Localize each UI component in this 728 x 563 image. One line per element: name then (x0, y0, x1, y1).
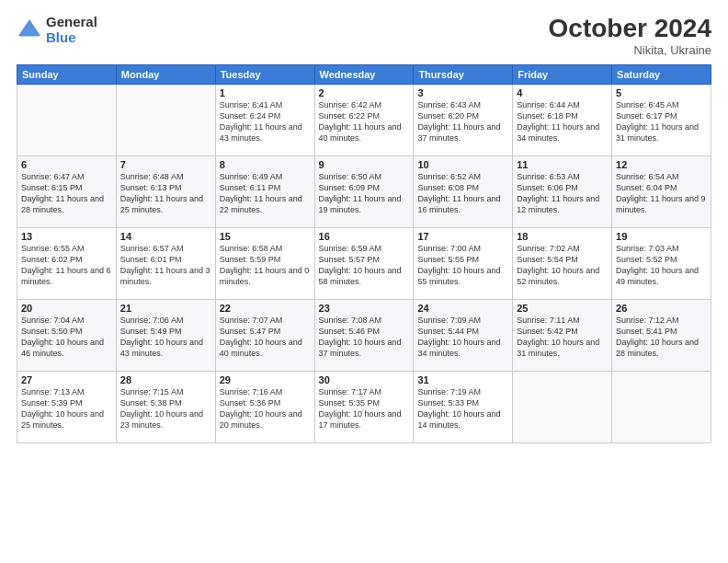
sunset-text: Sunset: 5:49 PM (120, 326, 211, 337)
sunset-text: Sunset: 5:41 PM (616, 326, 707, 337)
sunrise-text: Sunrise: 6:52 AM (417, 171, 508, 182)
logo: General Blue (17, 15, 97, 45)
daylight-text: Daylight: 10 hours and 23 minutes. (120, 408, 211, 431)
title-block: October 2024 Nikita, Ukraine (549, 15, 711, 57)
sunrise-text: Sunrise: 7:02 AM (517, 243, 608, 254)
sunrise-text: Sunrise: 6:54 AM (616, 171, 707, 182)
calendar-cell: 8Sunrise: 6:49 AMSunset: 6:11 PMDaylight… (215, 155, 314, 227)
day-number: 28 (120, 374, 211, 385)
calendar-cell: 30Sunrise: 7:17 AMSunset: 5:35 PMDayligh… (314, 371, 414, 442)
calendar-cell: 23Sunrise: 7:08 AMSunset: 5:46 PMDayligh… (314, 299, 414, 371)
day-number: 25 (517, 303, 608, 314)
sunset-text: Sunset: 5:38 PM (120, 397, 211, 408)
sunset-text: Sunset: 6:06 PM (517, 182, 608, 193)
daylight-text: Daylight: 10 hours and 28 minutes. (616, 337, 707, 359)
day-number: 20 (21, 303, 112, 314)
day-number: 22 (220, 303, 311, 314)
calendar-cell: 26Sunrise: 7:12 AMSunset: 5:41 PMDayligh… (612, 299, 711, 371)
daylight-text: Daylight: 11 hours and 43 minutes. (220, 121, 311, 144)
sunset-text: Sunset: 5:57 PM (319, 254, 410, 265)
day-number: 3 (417, 87, 508, 98)
logo-text: General Blue (46, 15, 97, 45)
calendar-cell: 18Sunrise: 7:02 AMSunset: 5:54 PMDayligh… (513, 227, 612, 299)
daylight-text: Daylight: 11 hours and 28 minutes. (21, 193, 112, 215)
sunrise-text: Sunrise: 7:08 AM (319, 315, 410, 326)
day-number: 14 (120, 231, 211, 242)
sunrise-text: Sunrise: 7:11 AM (517, 315, 608, 326)
sunrise-text: Sunrise: 7:04 AM (21, 315, 112, 326)
day-number: 2 (319, 87, 410, 98)
sunset-text: Sunset: 5:42 PM (517, 326, 608, 337)
day-header-saturday: Saturday (612, 64, 711, 84)
sunset-text: Sunset: 6:11 PM (220, 182, 311, 193)
day-number: 7 (120, 159, 211, 170)
sunrise-text: Sunrise: 7:06 AM (120, 315, 211, 326)
calendar-cell: 4Sunrise: 6:44 AMSunset: 6:18 PMDaylight… (513, 84, 612, 155)
sunset-text: Sunset: 5:50 PM (21, 326, 112, 337)
sunrise-text: Sunrise: 6:50 AM (319, 171, 410, 182)
sunset-text: Sunset: 6:24 PM (220, 110, 311, 121)
day-number: 5 (616, 87, 707, 98)
sunrise-text: Sunrise: 7:12 AM (616, 315, 707, 326)
month-title: October 2024 (549, 15, 711, 43)
day-number: 8 (220, 159, 311, 170)
calendar-cell (17, 84, 117, 155)
sunrise-text: Sunrise: 7:17 AM (319, 386, 410, 397)
sunset-text: Sunset: 6:09 PM (319, 182, 410, 193)
daylight-text: Daylight: 10 hours and 34 minutes. (417, 337, 508, 359)
daylight-text: Daylight: 11 hours and 0 minutes. (220, 265, 311, 287)
sunrise-text: Sunrise: 7:16 AM (220, 386, 311, 397)
calendar-cell: 22Sunrise: 7:07 AMSunset: 5:47 PMDayligh… (215, 299, 314, 371)
sunrise-text: Sunrise: 6:58 AM (220, 243, 311, 254)
day-header-wednesday: Wednesday (314, 64, 414, 84)
sunset-text: Sunset: 6:01 PM (120, 254, 211, 265)
day-number: 1 (220, 87, 311, 98)
daylight-text: Daylight: 11 hours and 3 minutes. (120, 265, 211, 287)
sunrise-text: Sunrise: 6:45 AM (616, 99, 707, 110)
day-number: 24 (417, 303, 508, 314)
calendar-cell (612, 371, 711, 442)
day-number: 23 (319, 303, 410, 314)
sunset-text: Sunset: 5:46 PM (319, 326, 410, 337)
daylight-text: Daylight: 10 hours and 43 minutes. (120, 337, 211, 359)
sunset-text: Sunset: 5:52 PM (616, 254, 707, 265)
sunrise-text: Sunrise: 7:07 AM (220, 315, 311, 326)
day-number: 9 (319, 159, 410, 170)
day-number: 21 (120, 303, 211, 314)
logo-blue: Blue (46, 30, 97, 46)
sunrise-text: Sunrise: 7:00 AM (417, 243, 508, 254)
sunrise-text: Sunrise: 6:42 AM (319, 99, 410, 110)
sunrise-text: Sunrise: 7:19 AM (417, 386, 508, 397)
calendar-cell (513, 371, 612, 442)
calendar-cell: 13Sunrise: 6:55 AMSunset: 6:02 PMDayligh… (17, 227, 117, 299)
sunset-text: Sunset: 5:55 PM (417, 254, 508, 265)
sunset-text: Sunset: 5:59 PM (220, 254, 311, 265)
sunrise-text: Sunrise: 6:59 AM (319, 243, 410, 254)
location-subtitle: Nikita, Ukraine (549, 43, 711, 57)
day-number: 31 (417, 374, 508, 385)
daylight-text: Daylight: 11 hours and 16 minutes. (417, 193, 508, 215)
sunset-text: Sunset: 6:17 PM (616, 110, 707, 121)
calendar-week-5: 27Sunrise: 7:13 AMSunset: 5:39 PMDayligh… (17, 371, 711, 442)
sunrise-text: Sunrise: 7:03 AM (616, 243, 707, 254)
calendar-cell: 17Sunrise: 7:00 AMSunset: 5:55 PMDayligh… (414, 227, 513, 299)
sunset-text: Sunset: 6:04 PM (616, 182, 707, 193)
calendar-cell: 24Sunrise: 7:09 AMSunset: 5:44 PMDayligh… (414, 299, 513, 371)
day-number: 17 (417, 231, 508, 242)
daylight-text: Daylight: 10 hours and 14 minutes. (417, 408, 508, 431)
calendar-cell: 6Sunrise: 6:47 AMSunset: 6:15 PMDaylight… (17, 155, 117, 227)
calendar-cell: 19Sunrise: 7:03 AMSunset: 5:52 PMDayligh… (612, 227, 711, 299)
day-number: 29 (220, 374, 311, 385)
sunset-text: Sunset: 6:22 PM (319, 110, 410, 121)
sunset-text: Sunset: 6:02 PM (21, 254, 112, 265)
day-header-thursday: Thursday (414, 64, 513, 84)
sunset-text: Sunset: 6:13 PM (120, 182, 211, 193)
day-number: 11 (517, 159, 608, 170)
sunrise-text: Sunrise: 6:53 AM (517, 171, 608, 182)
calendar-week-4: 20Sunrise: 7:04 AMSunset: 5:50 PMDayligh… (17, 299, 711, 371)
sunrise-text: Sunrise: 6:43 AM (417, 99, 508, 110)
calendar-week-3: 13Sunrise: 6:55 AMSunset: 6:02 PMDayligh… (17, 227, 711, 299)
sunset-text: Sunset: 6:15 PM (21, 182, 112, 193)
calendar-cell: 5Sunrise: 6:45 AMSunset: 6:17 PMDaylight… (612, 84, 711, 155)
sunrise-text: Sunrise: 7:15 AM (120, 386, 211, 397)
